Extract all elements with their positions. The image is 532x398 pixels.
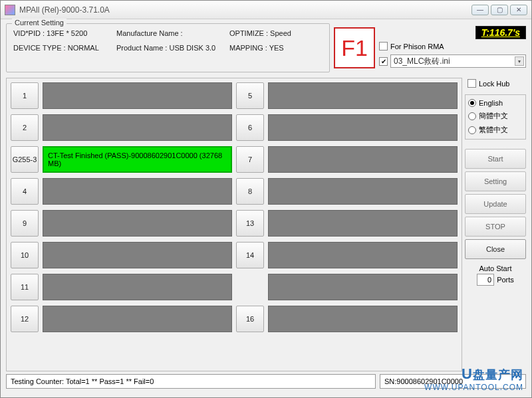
slot-button-2[interactable]: 2 <box>11 114 39 141</box>
close-button[interactable]: Close <box>465 239 526 259</box>
lang-english-label: English <box>479 99 503 107</box>
ini-checkbox[interactable]: ✔ <box>379 57 388 66</box>
slot-bar-5 <box>268 82 458 109</box>
lang-english-radio[interactable] <box>468 99 476 107</box>
slot-button-11[interactable]: 11 <box>11 274 39 300</box>
minimize-button[interactable]: — <box>471 5 489 15</box>
sn-display: SN:90008602901C0000 <box>380 374 526 389</box>
slot-bar-G255-3: CT-Test Finished (PASS)-90008602901C0000… <box>43 146 232 173</box>
slot-button-5[interactable]: 5 <box>236 82 264 109</box>
slot-button-G255-3[interactable]: G255-3 <box>11 146 39 173</box>
manufacture-label: Manufacture Name : <box>116 29 229 37</box>
slot-button-14[interactable]: 14 <box>236 242 264 268</box>
slots-panel: 1526G255-3CT-Test Finished (PASS)-900086… <box>6 78 462 371</box>
product-name-label: Product Name : USB DISK 3.0 <box>116 44 229 52</box>
auto-start-label: Auto Start <box>479 264 512 272</box>
slot-button-8[interactable]: 8 <box>236 178 264 205</box>
side-panel: Lock Hub English 簡體中文 繁體中文 Start Setting… <box>465 78 526 371</box>
slot-bar-16 <box>268 306 458 332</box>
slot-bar-7 <box>268 146 458 173</box>
app-icon <box>5 5 15 15</box>
slot-bar-13 <box>268 274 458 300</box>
lang-sc-radio[interactable] <box>468 112 476 120</box>
slot-button-1[interactable]: 1 <box>11 82 39 109</box>
slot-bar-6 <box>268 114 458 141</box>
slot-bar-10 <box>43 242 232 268</box>
current-setting-legend: Current Setting <box>12 19 66 27</box>
auto-start-value[interactable]: 0 <box>477 274 494 286</box>
maximize-button[interactable]: ▢ <box>491 5 508 15</box>
slot-button-7[interactable]: 7 <box>236 146 264 173</box>
close-window-button[interactable]: ✕ <box>510 5 527 15</box>
slot-bar-8 <box>268 178 458 205</box>
slot-bar-9 <box>43 210 232 237</box>
start-button[interactable]: Start <box>465 149 526 169</box>
mapping-label: MAPPING : YES <box>229 44 323 52</box>
setting-button[interactable]: Setting <box>465 171 526 191</box>
update-button[interactable]: Update <box>465 194 526 214</box>
f1-indicator: F1 <box>334 27 375 68</box>
ini-select-value: 03_MLC救砖.ini <box>394 56 450 67</box>
lock-hub-label: Lock Hub <box>479 80 509 88</box>
device-type-label: DEVICE TYPE : NORMAL <box>13 44 116 52</box>
lang-sc-label: 簡體中文 <box>479 111 508 121</box>
slot-bar-13 <box>268 210 458 237</box>
auto-start-suffix: Ports <box>497 276 514 284</box>
slot-bar-12 <box>43 306 232 332</box>
stop-button[interactable]: STOP <box>465 217 526 237</box>
slot-button-12[interactable]: 12 <box>11 306 39 332</box>
window-title: MPAll (Rel)-9000-3.71.0A <box>19 5 471 15</box>
slot-bar-2 <box>43 114 232 141</box>
slot-button-9[interactable]: 9 <box>11 210 39 237</box>
app-window: MPAll (Rel)-9000-3.71.0A — ▢ ✕ Current S… <box>0 0 532 398</box>
vid-pid-label: VID*PID : 13FE * 5200 <box>13 29 116 37</box>
slot-button-13[interactable]: 13 <box>236 210 264 237</box>
slot-button-4[interactable]: 4 <box>11 178 39 205</box>
slot-bar-4 <box>43 178 232 205</box>
slot-bar-11 <box>43 274 232 300</box>
chevron-down-icon[interactable]: ▾ <box>515 56 524 66</box>
current-setting-group: Current Setting VID*PID : 13FE * 5200 Ma… <box>6 23 330 72</box>
optimize-label: OPTIMIZE : Speed <box>229 29 323 37</box>
slot-button-6[interactable]: 6 <box>236 114 264 141</box>
ini-select[interactable]: 03_MLC救砖.ini ▾ <box>390 54 526 68</box>
titlebar[interactable]: MPAll (Rel)-9000-3.71.0A — ▢ ✕ <box>1 1 531 19</box>
rma-label: For Phison RMA <box>390 43 444 50</box>
language-group: English 簡體中文 繁體中文 <box>465 94 526 140</box>
lang-tc-radio[interactable] <box>468 126 476 134</box>
timer-display: T:116.7's <box>475 26 526 39</box>
slot-bar-14 <box>268 242 458 268</box>
slot-button-16[interactable]: 16 <box>236 306 264 332</box>
slot-bar-1 <box>43 82 232 109</box>
lock-hub-checkbox[interactable] <box>467 79 476 88</box>
testing-counter: Testing Counter: Total=1 ** Pass=1 ** Fa… <box>6 374 376 389</box>
rma-checkbox[interactable] <box>379 42 388 50</box>
lang-tc-label: 繁體中文 <box>479 125 508 135</box>
slot-button-10[interactable]: 10 <box>11 242 39 268</box>
auto-start-group: Auto Start 0 Ports <box>465 264 526 286</box>
